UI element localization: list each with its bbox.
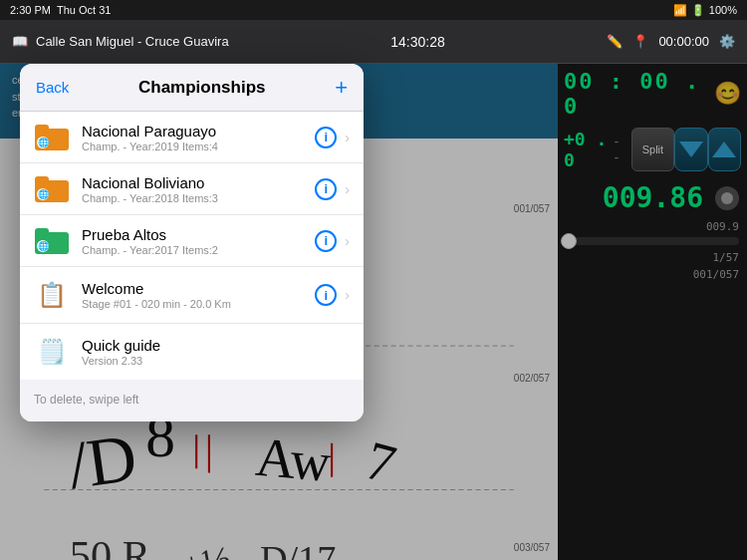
status-right: 📶 🔋 100% (673, 4, 737, 17)
list-item[interactable]: 🌐 Nacional Boliviano Champ. - Year:2018 … (20, 163, 364, 215)
app-title: Calle San Miguel - Cruce Guavira (36, 34, 229, 49)
chevron-right-icon: › (345, 233, 350, 249)
chevron-right-icon: › (345, 287, 350, 303)
list-item[interactable]: 📋 Welcome Stage #01 - 020 min - 20.0 Km … (20, 267, 364, 324)
folder-icon: 🌐 (34, 226, 70, 256)
folder-icon: 🌐 (34, 174, 70, 204)
item-text-nacional-boliviano: Nacional Boliviano Champ. - Year:2018 It… (82, 174, 315, 204)
app-header: 📖 Calle San Miguel - Cruce Guavira 14:30… (0, 20, 747, 64)
item-title: Quick guide (82, 337, 350, 354)
info-button[interactable]: i (315, 178, 337, 200)
item-text-nacional-paraguayo: Nacional Paraguayo Champ. - Year:2019 It… (82, 123, 315, 152)
item-subtitle: Champ. - Year:2019 Items:4 (82, 140, 315, 152)
wifi-icon: 📶 (673, 4, 687, 17)
list-item[interactable]: 🗒️ Quick guide Version 2.33 (20, 324, 364, 380)
modal-title: Championships (138, 78, 266, 98)
folder-icon: 🌐 (34, 123, 70, 152)
app-header-right: ✏️ 📍 00:00:00 ⚙️ (607, 34, 735, 49)
battery-level: 100% (709, 4, 737, 16)
list-item[interactable]: 🌐 Prueba Altos Champ. - Year:2017 Items:… (20, 215, 364, 267)
item-text-welcome: Welcome Stage #01 - 020 min - 20.0 Km (82, 280, 315, 310)
app-header-left: 📖 Calle San Miguel - Cruce Guavira (12, 34, 229, 49)
globe-badge-icon: 🌐 (37, 240, 49, 252)
timer-display: 00:00:00 (658, 34, 709, 49)
info-button[interactable]: i (315, 127, 337, 148)
back-button[interactable]: Back (36, 79, 69, 96)
item-title: Nacional Boliviano (82, 174, 315, 191)
item-text-prueba-altos: Prueba Altos Champ. - Year:2017 Items:2 (82, 226, 315, 256)
add-clipboard-icon: 🗒️ (34, 334, 70, 370)
settings-icon[interactable]: ⚙️ (719, 34, 735, 49)
app-clock: 14:30:28 (390, 34, 445, 50)
modal-header: Back Championships + (20, 64, 364, 112)
status-day: Thu Oct 31 (57, 4, 111, 16)
item-title: Prueba Altos (82, 226, 315, 243)
chevron-right-icon: › (345, 130, 350, 145)
delete-hint: To delete, swipe left (34, 393, 138, 407)
item-subtitle: Champ. - Year:2017 Items:2 (82, 244, 315, 256)
modal-footer: To delete, swipe left (20, 380, 364, 421)
info-button[interactable]: i (315, 284, 337, 306)
chevron-right-icon: › (345, 181, 350, 197)
item-title: Welcome (82, 280, 315, 297)
clipboard-icon: 📋 (34, 277, 70, 313)
status-left: 2:30 PM Thu Oct 31 (10, 4, 111, 16)
item-subtitle: Version 2.33 (82, 355, 350, 367)
list-item[interactable]: 🌐 Nacional Paraguayo Champ. - Year:2019 … (20, 112, 364, 163)
battery-icon: 🔋 (691, 4, 705, 17)
pencil-icon: ✏️ (607, 34, 622, 49)
status-time: 2:30 PM (10, 4, 51, 16)
item-text-quick-guide: Quick guide Version 2.33 (82, 337, 350, 367)
status-bar: 2:30 PM Thu Oct 31 📶 🔋 100% (0, 0, 747, 20)
modal-list: 🌐 Nacional Paraguayo Champ. - Year:2019 … (20, 112, 364, 380)
item-subtitle: Stage #01 - 020 min - 20.0 Km (82, 298, 315, 310)
add-championship-button[interactable]: + (335, 75, 348, 101)
modal-panel: Back Championships + 🌐 Nacional Paraguay… (20, 64, 364, 421)
book-icon: 📖 (12, 34, 28, 49)
item-subtitle: Champ. - Year:2018 Items:3 (82, 192, 315, 204)
location-icon: 📍 (632, 34, 648, 49)
globe-badge-icon: 🌐 (37, 188, 49, 200)
item-title: Nacional Paraguayo (82, 123, 315, 140)
info-button[interactable]: i (315, 230, 337, 252)
globe-badge-icon: 🌐 (37, 137, 49, 148)
